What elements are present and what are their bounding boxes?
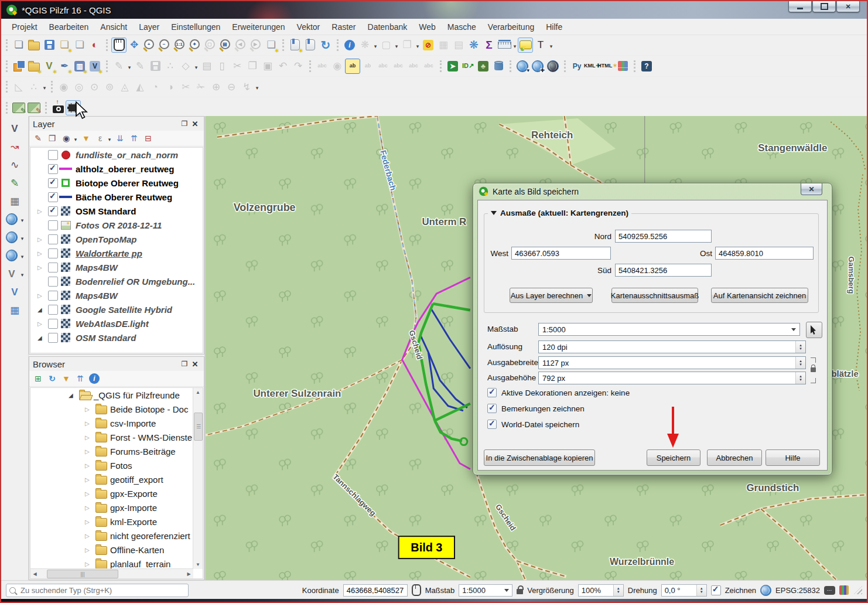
vector-selection-icon[interactable]: V: [7, 121, 22, 136]
filter-legend-expression-icon[interactable]: ▼: [80, 132, 93, 145]
menu-item-hilfe[interactable]: Hilfe: [540, 20, 568, 34]
rotation-spinbox[interactable]: 0,0 °: [661, 584, 707, 597]
extent-group-label[interactable]: Ausmaße (aktuell: Kartengrenzen): [488, 208, 631, 218]
modify-attributes-icon[interactable]: ▤: [199, 59, 214, 74]
regular-points-icon[interactable]: ∴: [26, 79, 42, 94]
geonode-globe-icon[interactable]: [4, 248, 19, 263]
geometry-checker-icon[interactable]: ◺: [11, 79, 26, 94]
draw-on-canvas-button[interactable]: Auf Kartenansicht zeichnen: [711, 288, 808, 303]
text-annotation-icon[interactable]: T: [533, 38, 548, 53]
select-features-icon[interactable]: ▢: [378, 38, 394, 53]
west-input[interactable]: [511, 247, 611, 260]
vector-menu-icon-dropdown[interactable]: [19, 268, 25, 279]
web-services-icon-dropdown[interactable]: [19, 214, 25, 224]
layer-item[interactable]: OpenTopoMap: [30, 232, 203, 246]
mesh-grid-icon[interactable]: ▦: [7, 193, 22, 209]
filter-browser-icon[interactable]: ▼: [60, 372, 73, 385]
quickmap-services-icon[interactable]: ✎: [11, 100, 26, 115]
float-panel-icon[interactable]: [179, 359, 190, 369]
web-search-icon-dropdown[interactable]: [19, 232, 25, 243]
expander-icon[interactable]: [37, 250, 48, 257]
run-feature-action-icon[interactable]: ❋: [357, 38, 373, 53]
scroll-down-icon[interactable]: ▼: [193, 560, 203, 569]
new-print-layout-icon[interactable]: ❏: [57, 38, 72, 53]
copy-features-icon[interactable]: ❐: [245, 59, 260, 74]
show-bookmarks-icon[interactable]: [303, 38, 318, 53]
measure-icon-dropdown[interactable]: [512, 40, 518, 50]
expander-icon[interactable]: [85, 434, 95, 441]
layer-visibility-checkbox[interactable]: [48, 206, 58, 216]
render-checkbox[interactable]: [711, 585, 721, 595]
annotations-checkbox[interactable]: [487, 404, 497, 413]
select-by-value-icon-dropdown[interactable]: [415, 40, 421, 50]
north-input[interactable]: [615, 230, 712, 243]
save-button[interactable]: Speichern: [647, 449, 700, 466]
split-features-icon[interactable]: ◉: [56, 79, 71, 94]
scrollbar-thumb[interactable]: |||: [47, 570, 118, 578]
show-layout-manager-icon[interactable]: ❏: [72, 38, 87, 53]
expander-icon[interactable]: [85, 547, 95, 553]
rotate-feature-icon[interactable]: ◬: [117, 79, 132, 94]
messages-icon[interactable]: [824, 586, 835, 595]
layer-visibility-checkbox[interactable]: [48, 248, 58, 258]
crs-globe-icon[interactable]: [760, 585, 771, 596]
layer-item[interactable]: OSM Standard: [30, 331, 203, 345]
zoom-out-icon[interactable]: −: [157, 38, 172, 53]
copy-to-clipboard-button[interactable]: In die Zwischenablage kopieren: [484, 449, 595, 466]
merge-attributes-icon[interactable]: ⊚: [102, 79, 117, 94]
reshape-features-icon-dropdown[interactable]: [254, 81, 260, 92]
new-virtual-layer-icon[interactable]: ▥: [72, 59, 87, 74]
spinner-arrows-icon[interactable]: [795, 372, 805, 384]
expander-icon[interactable]: [85, 490, 95, 497]
layer-visibility-checkbox[interactable]: [48, 319, 58, 329]
cancel-button[interactable]: Abbrechen: [707, 449, 762, 466]
locator-input[interactable]: [19, 585, 185, 595]
layer-visibility-checkbox[interactable]: [48, 192, 58, 202]
menu-item-masche[interactable]: Masche: [442, 20, 482, 34]
vector-menu-icon[interactable]: V: [4, 266, 19, 281]
layer-item[interactable]: OSM Standard: [30, 204, 203, 218]
change-label-icon[interactable]: abc: [421, 59, 436, 74]
worldfile-checkbox[interactable]: [487, 420, 497, 429]
geonode-globe-icon-dropdown[interactable]: [19, 250, 25, 261]
add-part-icon[interactable]: ◑: [163, 79, 178, 94]
expander-icon[interactable]: [37, 321, 48, 327]
undo-icon[interactable]: ↶: [275, 59, 291, 74]
menu-item-projekt[interactable]: Projekt: [6, 20, 43, 34]
db-manager-icon[interactable]: [491, 59, 506, 74]
pin-labels-icon[interactable]: ab: [360, 59, 375, 74]
text-annotation-icon-dropdown[interactable]: [548, 40, 554, 50]
scroll-up-icon[interactable]: ▲: [193, 388, 203, 397]
add-ring-icon[interactable]: ◔: [148, 79, 163, 94]
layer-visibility-checkbox[interactable]: [48, 234, 58, 244]
expander-icon[interactable]: [85, 561, 95, 567]
web-services-icon[interactable]: [4, 212, 19, 227]
layer-item[interactable]: Maps4BW: [30, 288, 203, 302]
filter-legend-icon[interactable]: ◉: [60, 132, 73, 145]
layer-visibility-checkbox[interactable]: [48, 305, 58, 315]
new-bookmark-icon[interactable]: [288, 38, 303, 53]
style-pencil-icon[interactable]: ✎: [7, 175, 22, 190]
plugin-handbook-icon[interactable]: ➤: [445, 59, 460, 74]
expander-icon[interactable]: [37, 292, 48, 299]
pan-to-selection-icon[interactable]: ✥: [127, 38, 142, 53]
web-search-icon[interactable]: [4, 230, 19, 245]
menu-item-raster[interactable]: Raster: [326, 20, 361, 34]
expander-icon[interactable]: [85, 420, 95, 427]
browser-item[interactable]: _QGIS für Pilzfreunde: [30, 388, 203, 402]
spinner-arrows-icon[interactable]: [795, 341, 805, 353]
web-services-download-icon[interactable]: ▾: [515, 59, 530, 74]
south-input[interactable]: [615, 264, 712, 277]
attribute-grid-icon[interactable]: ▦: [7, 302, 22, 318]
layer-item[interactable]: Biotope Oberer Reutweg: [30, 176, 203, 190]
locator-search[interactable]: [6, 584, 189, 597]
new-map-view-icon[interactable]: ❏: [264, 38, 279, 53]
float-panel-icon[interactable]: [179, 119, 190, 128]
forest-plugin-icon[interactable]: ♣: [476, 59, 491, 74]
properties-widget-icon[interactable]: i: [88, 372, 101, 385]
zoom-to-selection-icon[interactable]: ▢: [203, 38, 218, 53]
fill-ring-icon[interactable]: ✂: [178, 79, 193, 94]
refresh-map-icon[interactable]: ↻: [318, 38, 333, 53]
layer-item[interactable]: Bäche Oberer Reutweg: [30, 190, 203, 204]
layer-visibility-checkbox[interactable]: [48, 263, 58, 272]
